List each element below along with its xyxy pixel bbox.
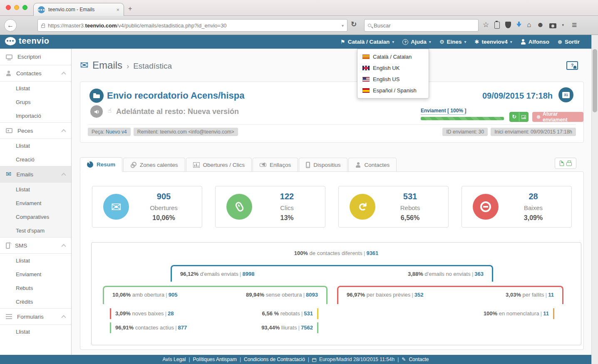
- chevron-up-icon: [61, 244, 66, 248]
- tab-dispositius[interactable]: Dispositius: [299, 158, 347, 172]
- list-icon: [6, 314, 12, 319]
- refresh-icon[interactable]: ↻: [510, 112, 519, 121]
- refresh-stats-button[interactable]: ↻: [509, 112, 529, 122]
- tree-node-not-opened: 89,94% sense obertura|8093: [246, 292, 318, 298]
- tab-obertures-clics[interactable]: Obertures / Clics: [186, 158, 252, 172]
- phone-icon: [6, 243, 10, 249]
- logout-button[interactable]: ⊗ Sortir: [558, 39, 580, 45]
- search-input[interactable]: [374, 22, 475, 29]
- language-option-english-uk[interactable]: English UK: [357, 62, 429, 74]
- url-text[interactable]: https://master3.teenvio.com/v4/public/em…: [48, 22, 339, 29]
- sidebar-header-contactes[interactable]: Contactes: [0, 65, 71, 82]
- language-option-catalan[interactable]: Català / Catalan: [357, 51, 429, 62]
- search-bar[interactable]: [364, 19, 479, 32]
- print-icon[interactable]: [566, 162, 572, 166]
- terms-link[interactable]: Condicions de Contractació: [244, 357, 305, 362]
- envelope-icon: ✉: [6, 171, 11, 177]
- calendar-icon[interactable]: 31: [558, 87, 573, 102]
- minimize-window-button[interactable]: [14, 5, 19, 10]
- pocket-icon[interactable]: [505, 22, 511, 28]
- chart-icon[interactable]: [519, 112, 529, 121]
- pdf-icon[interactable]: [560, 161, 564, 166]
- sidebar-item-sms-credits[interactable]: Crèdits: [0, 295, 71, 309]
- campaign-datetime: 09/09/2015 17:18h: [482, 91, 553, 101]
- chat-icon[interactable]: ☻: [537, 20, 544, 30]
- language-option-english-us[interactable]: English US: [357, 74, 429, 85]
- sidebar-item-emails-test-dspam[interactable]: Test d'spam: [0, 224, 71, 238]
- sidebar-section-formularis: Formularis Llistat: [0, 308, 71, 339]
- sidebar-item-sms-rebuts[interactable]: Rebuts: [0, 281, 71, 295]
- antispam-link[interactable]: Polítiques Antispam: [193, 357, 237, 362]
- sidebar-item-sms-enviament[interactable]: Enviament: [0, 267, 71, 281]
- chevron-down-icon: ▾: [392, 40, 394, 44]
- sidebar-item-peces-llistat[interactable]: Llistat: [0, 139, 71, 153]
- language-menu-button[interactable]: ⚑ Català / Catalan ▾: [340, 39, 394, 45]
- export-button[interactable]: [555, 158, 576, 169]
- close-window-button[interactable]: [6, 5, 11, 10]
- sidebar-header-emails[interactable]: ✉ Emails: [0, 166, 71, 183]
- piece-link[interactable]: Nuevo v4: [106, 129, 127, 135]
- tab-resum[interactable]: Resum: [80, 157, 122, 172]
- help-icon[interactable]: ?: [566, 61, 578, 70]
- stop-sending-button[interactable]: ⊗ Aturar enviament: [532, 112, 583, 122]
- legal-link[interactable]: Avís Legal: [163, 357, 186, 362]
- user-button[interactable]: Alfonso: [521, 39, 549, 45]
- bar-chart-icon: [193, 162, 200, 168]
- screenshot-icon[interactable]: [549, 23, 556, 28]
- tab-zones-calentes[interactable]: Zones calentes: [123, 158, 185, 172]
- sidebar-item-sms-llistat[interactable]: Llistat: [0, 254, 71, 267]
- tab-close-icon[interactable]: ×: [116, 7, 119, 13]
- sidebar-item-peces-creacio[interactable]: Creació: [0, 153, 71, 166]
- toolbar-caret-icon[interactable]: ▾: [562, 20, 564, 30]
- url-dropdown-icon[interactable]: ▾: [342, 23, 344, 28]
- image-icon: [6, 128, 12, 133]
- new-tab-button[interactable]: +: [128, 5, 132, 12]
- sidebar-item-emails-llistat[interactable]: Llistat: [0, 183, 71, 196]
- link-icon: [260, 163, 266, 167]
- sidebar-item-contactes-grups[interactable]: Grups: [0, 95, 71, 109]
- tools-menu-button[interactable]: ⚙ Eines ▾: [439, 39, 466, 45]
- url-bar[interactable]: https://master3.teenvio.com/v4/public/em…: [37, 19, 347, 32]
- account-menu-button[interactable]: ✱ teenviov4 ▾: [475, 39, 512, 45]
- progress-label: Enviament [ 100% ]: [421, 108, 466, 115]
- sidebar-header-formularis[interactable]: Formularis: [0, 308, 71, 325]
- chevron-down-icon: ▾: [429, 40, 431, 44]
- home-icon[interactable]: ⌂: [527, 20, 531, 30]
- logout-icon: ⊗: [558, 39, 562, 45]
- unsubs-label: Baixes: [499, 203, 568, 213]
- tab-enllacos[interactable]: Enllaços: [253, 158, 298, 172]
- sidebar-header-sms[interactable]: SMS: [0, 237, 71, 254]
- sidebar-item-emails-enviament[interactable]: Enviament: [0, 196, 71, 210]
- piece-badge: Peça: Nuevo v4: [88, 128, 131, 136]
- teenvio-logo[interactable]: ●●● teenvio: [5, 36, 50, 46]
- sidebar-item-contactes-llistat[interactable]: Llistat: [0, 82, 71, 95]
- sidebar-item-escriptori[interactable]: Escriptori: [0, 49, 71, 65]
- sidebar-item-contactes-importacio[interactable]: Importació: [0, 109, 71, 123]
- downloads-icon[interactable]: [516, 24, 521, 30]
- scrollbar-thumb[interactable]: [593, 49, 597, 112]
- help-menu-button[interactable]: ? Ajuda ▾: [402, 39, 431, 45]
- browser-toolbar: ← https://master3.teenvio.com/v4/public/…: [0, 16, 598, 35]
- card-baixes: 28 Baixes 3,09%: [462, 186, 572, 228]
- sidebar-header-peces[interactable]: Peces: [0, 122, 71, 139]
- language-option-spanish[interactable]: Español / Spanish: [357, 85, 429, 96]
- browser-tab[interactable]: ●●● teenvio.com - Emails ×: [33, 3, 124, 16]
- tab-contactes[interactable]: Contactes: [348, 158, 397, 172]
- bookmark-star-icon[interactable]: ☆: [483, 20, 489, 30]
- sidebar-item-emails-comparatives[interactable]: Comparatives: [0, 210, 71, 224]
- sidebar-section-contactes: Contactes Llistat Grups Importació: [0, 65, 71, 123]
- contact-link[interactable]: Contacte: [409, 357, 429, 362]
- back-button[interactable]: ←: [4, 19, 17, 32]
- window-controls[interactable]: [6, 5, 27, 10]
- reading-list-icon[interactable]: [494, 22, 500, 29]
- bounce-icon: ↻: [350, 194, 375, 220]
- page-scrollbar[interactable]: [591, 35, 598, 364]
- reload-button[interactable]: ↻: [351, 20, 357, 29]
- zoom-window-button[interactable]: [22, 5, 27, 10]
- menu-icon[interactable]: ≡: [572, 20, 577, 30]
- language-dropdown: Català / Catalan English UK English US E…: [357, 49, 429, 99]
- person-icon: [355, 162, 361, 168]
- breadcrumb-section[interactable]: Emails: [92, 59, 122, 71]
- sidebar-item-formularis-llistat[interactable]: Llistat: [0, 325, 71, 339]
- sidebar-section-emails: ✉ Emails Llistat Enviament Comparatives …: [0, 166, 71, 238]
